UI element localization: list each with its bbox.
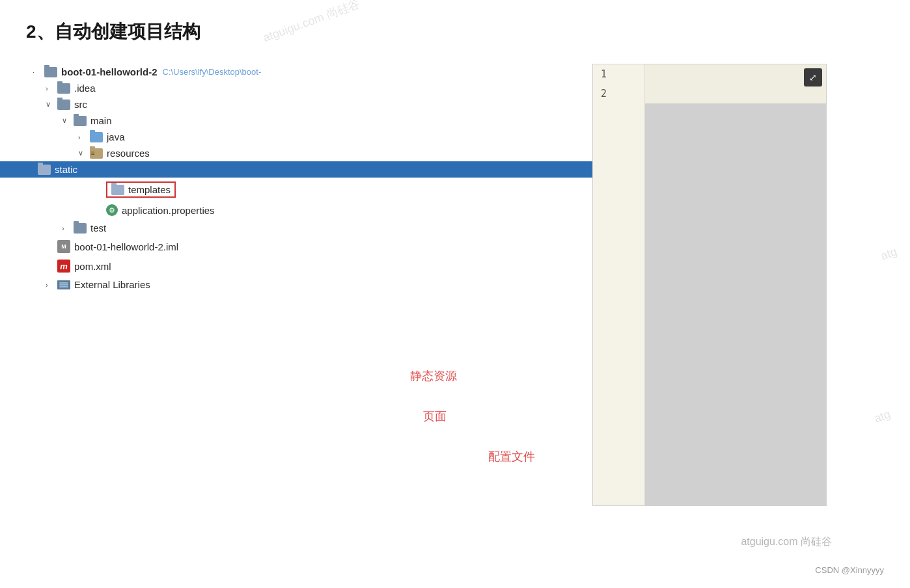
file-tree-panel: · boot-01-helloworld-2 C:\Users\lfy\Desk… <box>26 64 592 519</box>
tree-item-idea[interactable]: › .idea <box>26 80 592 96</box>
pom-label: pom.xml <box>74 261 111 272</box>
annotation-static: 静态资源 <box>410 368 457 384</box>
main-folder-icon <box>74 116 87 126</box>
idea-label: .idea <box>74 83 96 94</box>
code-gray-area <box>645 103 826 505</box>
test-label: test <box>90 222 106 234</box>
templates-label: templates <box>128 184 171 195</box>
line-2: 2 <box>593 84 644 103</box>
app-properties-icon <box>106 204 118 216</box>
ext-libs-label: External Libraries <box>74 279 150 290</box>
idea-folder-icon <box>57 83 70 94</box>
tree-item-resources[interactable]: ∨ resources <box>26 145 592 161</box>
bottom-watermark: atguigu.com 尚硅谷 <box>741 535 832 549</box>
tree-item-iml[interactable]: M boot-01-helloworld-2.iml <box>26 237 592 256</box>
main-label: main <box>90 115 112 126</box>
tree-root-item[interactable]: · boot-01-helloworld-2 C:\Users\lfy\Desk… <box>26 64 592 80</box>
resources-label: resources <box>107 148 150 159</box>
idea-arrow: › <box>46 85 57 92</box>
app-label: application.properties <box>122 205 215 216</box>
iml-label: boot-01-helloworld-2.iml <box>74 241 178 252</box>
java-label: java <box>107 131 125 142</box>
line-numbers: 1 2 <box>593 64 645 505</box>
iml-icon: M <box>57 240 70 253</box>
ext-arrow: › <box>46 281 57 289</box>
src-folder-icon <box>57 100 70 110</box>
resources-arrow: ∨ <box>78 149 90 157</box>
tree-item-src[interactable]: ∨ src <box>26 96 592 113</box>
expand-button[interactable]: ⤢ <box>804 68 822 87</box>
maven-icon: m <box>57 260 70 273</box>
java-arrow: › <box>78 133 90 141</box>
tree-item-templates[interactable]: templates <box>26 179 592 200</box>
root-arrow: · <box>33 68 44 76</box>
root-label: boot-01-helloworld-2 <box>61 66 158 77</box>
static-folder-icon <box>38 165 51 175</box>
src-label: src <box>74 99 87 110</box>
tree-item-test[interactable]: › test <box>26 220 592 236</box>
expand-icon: ⤢ <box>809 72 817 83</box>
root-folder-icon <box>44 67 57 77</box>
tree-item-static[interactable]: static <box>0 161 592 178</box>
tree-item-pom[interactable]: m pom.xml <box>26 257 592 275</box>
templates-folder-icon <box>111 185 124 195</box>
tree-item-java[interactable]: › java <box>26 129 592 145</box>
static-label: static <box>55 164 77 175</box>
java-folder-icon <box>90 132 103 142</box>
src-arrow: ∨ <box>46 100 57 109</box>
root-path: C:\Users\lfy\Desktop\boot- <box>163 67 262 77</box>
code-area: ⤢ <box>645 64 826 505</box>
resources-folder-icon <box>90 148 103 159</box>
csdn-credit: CSDN @Xinnyyyy <box>815 565 884 575</box>
page-title: 2、自动创建项目结构 <box>0 0 910 64</box>
line-1: 1 <box>593 64 644 84</box>
test-arrow: › <box>62 224 74 232</box>
test-folder-icon <box>74 223 87 234</box>
tree-item-application[interactable]: application.properties <box>26 202 592 219</box>
ext-libs-icon <box>57 280 70 289</box>
tree-item-main[interactable]: ∨ main <box>26 113 592 129</box>
main-arrow: ∨ <box>62 116 74 125</box>
annotation-templates: 页面 <box>423 408 447 424</box>
editor-panel: 1 2 ⤢ <box>592 64 827 506</box>
annotation-config: 配置文件 <box>488 449 535 464</box>
templates-box: templates <box>106 181 176 198</box>
tree-item-external-libs[interactable]: › External Libraries <box>26 276 592 293</box>
